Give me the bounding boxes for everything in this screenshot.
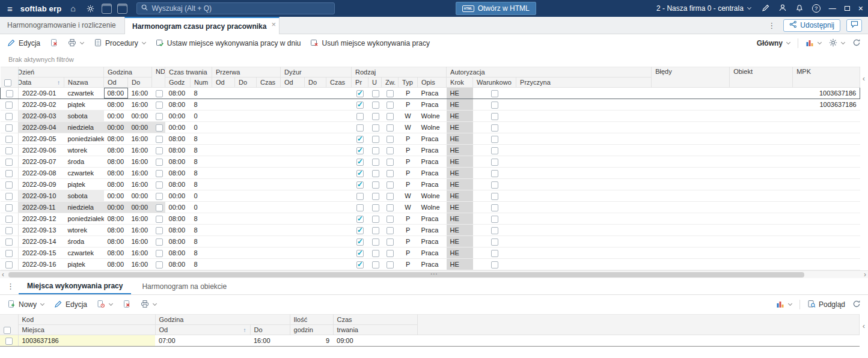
cell[interactable] [1,225,19,236]
checkbox[interactable] [491,136,498,143]
checkbox[interactable] [356,102,364,109]
cell-u[interactable] [368,225,382,236]
cell[interactable] [730,145,793,156]
cell-zw[interactable] [382,99,399,111]
cell-godz[interactable]: 08:00 [165,145,191,156]
checkbox[interactable] [372,102,379,109]
cell[interactable] [730,111,793,122]
cell[interactable] [212,122,235,133]
cell-zw[interactable] [382,236,399,247]
cell[interactable] [730,202,793,213]
cell[interactable] [652,168,730,179]
checkbox[interactable] [387,102,394,109]
column-header-mpk[interactable]: MPK [793,67,860,88]
cell[interactable] [326,179,352,190]
cell-typ[interactable]: P [399,247,418,259]
cell[interactable] [257,225,281,236]
cell-typ[interactable]: P [399,213,418,225]
cell-mpk[interactable] [793,111,860,122]
column-header-nazwa[interactable]: Nazwa [64,77,104,88]
cell[interactable] [257,111,281,122]
cell[interactable] [1,145,19,156]
cell-godz[interactable]: 08:00 [165,179,191,190]
cell-num[interactable]: 8 [191,168,212,179]
cell-od[interactable]: 08:00 [104,259,128,270]
checkbox[interactable] [387,159,394,166]
layout-selector[interactable]: Główny [757,39,790,47]
cell-krok[interactable]: HE [447,122,473,133]
cell-od[interactable]: 08:00 [104,133,128,145]
cell[interactable] [1,247,19,259]
schedule-row[interactable]: 2022-09-16piątek08:0016:0008:008PPracaHE [1,259,860,270]
cell[interactable] [212,156,235,168]
cell-mpk[interactable] [793,236,860,247]
cell-krok[interactable]: HE [447,236,473,247]
group-header-dzien[interactable]: Dzień [19,67,104,77]
cell-typ[interactable]: P [399,259,418,270]
checkbox[interactable] [387,204,394,211]
cell[interactable] [516,259,652,270]
checkbox[interactable] [156,250,163,257]
cell[interactable] [516,88,652,99]
cell[interactable] [281,122,305,133]
cell-warunkowo[interactable] [473,111,516,122]
cell[interactable] [305,88,326,99]
cell-nazwa[interactable]: wtorek [64,145,104,156]
cell-pr[interactable] [352,225,368,236]
cell-data[interactable]: 2022-09-06 [19,145,64,156]
cell-u[interactable] [368,99,382,111]
column-header-krok[interactable]: Krok [447,77,473,88]
column-header-przerwa-czas[interactable]: Czas [257,77,281,88]
checkbox[interactable] [387,193,394,200]
cell[interactable] [652,236,730,247]
cell-nazwa[interactable]: piątek [64,259,104,270]
cell[interactable] [652,213,730,225]
cell[interactable] [326,99,352,111]
checkbox[interactable] [356,113,364,120]
checkbox[interactable] [372,261,379,268]
checkbox[interactable] [372,204,379,211]
cell-warunkowo[interactable] [473,179,516,190]
cell-opis[interactable]: Praca [418,236,447,247]
cell-nazwa[interactable]: czwartek [64,247,104,259]
cell-do[interactable]: 16:00 [128,145,152,156]
cell-mpk[interactable] [793,225,860,236]
cell-mpk[interactable] [793,179,860,190]
cell-do[interactable]: 16:00 [128,236,152,247]
cell[interactable] [305,111,326,122]
cell-zw[interactable] [382,88,399,99]
cell[interactable] [516,156,652,168]
checkbox[interactable] [5,113,13,120]
checkbox[interactable] [156,124,163,132]
cell[interactable] [516,168,652,179]
cell-typ[interactable]: P [399,88,418,99]
edit-button[interactable]: Edycja [7,38,40,49]
cell[interactable] [235,202,257,213]
cell[interactable] [652,190,730,202]
cell-zw[interactable] [382,247,399,259]
group-header-czas[interactable]: Czas [333,315,417,325]
column-header-data[interactable]: Data↑ [19,77,64,88]
column-header-nd[interactable]: ND [152,67,165,88]
cell[interactable] [652,247,730,259]
cell[interactable] [235,225,257,236]
cell-mpk[interactable] [793,190,860,202]
cell[interactable] [516,202,652,213]
cell-do[interactable]: 16:00 [128,225,152,236]
cell-pr[interactable] [352,122,368,133]
cell-pr[interactable] [352,190,368,202]
global-search[interactable] [136,2,335,14]
cell-godz[interactable]: 00:00 [165,111,191,122]
cell[interactable] [305,190,326,202]
cell-do[interactable]: 16:00 [128,179,152,190]
checkbox[interactable] [372,216,379,223]
cell-opis[interactable]: Wolne [418,190,447,202]
cell-krok[interactable]: HE [447,88,473,99]
schedule-row[interactable]: 2022-09-03sobota00:0000:0000:000WWolneHE [1,111,860,122]
cell[interactable] [305,99,326,111]
checkbox[interactable] [356,159,364,166]
schedule-row[interactable]: 2022-09-05poniedziałek08:0016:0008:008PP… [1,133,860,145]
checkbox[interactable] [156,261,163,268]
checkbox[interactable] [5,181,13,189]
cell-do[interactable]: 00:00 [128,122,152,133]
